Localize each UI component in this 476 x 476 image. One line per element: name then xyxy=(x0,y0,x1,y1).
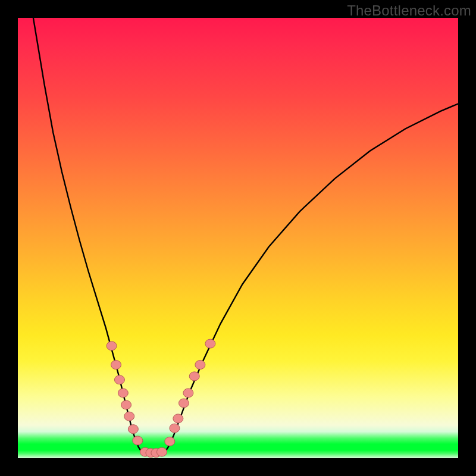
marker-right-2 xyxy=(173,414,183,423)
marker-right-6 xyxy=(195,361,205,369)
curve-right-branch xyxy=(164,104,458,453)
marker-right-4 xyxy=(183,389,193,397)
marker-right-7 xyxy=(205,339,215,348)
marker-left-3 xyxy=(118,389,128,397)
marker-left-1 xyxy=(111,361,121,369)
chart-frame: TheBottleneck.com xyxy=(0,0,476,476)
marker-right-0 xyxy=(165,437,175,446)
marker-left-2 xyxy=(114,375,124,384)
plot-area xyxy=(18,18,458,458)
marker-left-5 xyxy=(124,412,134,421)
marker-left-6 xyxy=(128,425,138,434)
marker-right-5 xyxy=(189,372,199,381)
marker-floor-3 xyxy=(156,447,167,456)
marker-left-7 xyxy=(133,436,143,445)
marker-left-0 xyxy=(107,342,117,350)
curve-layer xyxy=(18,18,458,458)
marker-layer xyxy=(107,339,215,458)
watermark-text: TheBottleneck.com xyxy=(347,2,471,19)
marker-right-1 xyxy=(170,424,180,433)
marker-right-3 xyxy=(178,399,189,408)
curve-left-branch xyxy=(33,18,144,453)
marker-left-4 xyxy=(121,400,131,409)
